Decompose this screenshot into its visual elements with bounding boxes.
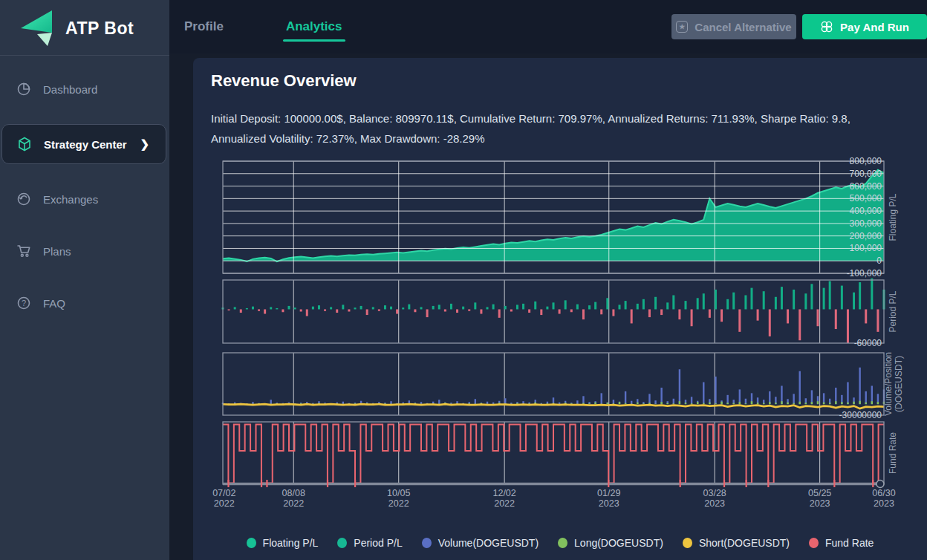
period-pl-bar: [685, 301, 687, 309]
volume-bar: [576, 400, 578, 404]
volume-bar: [660, 388, 662, 404]
period-ytick-label: -60000: [854, 338, 882, 348]
sidebar-item-label: Exchanges: [43, 193, 98, 206]
slider-preview-mark: [227, 480, 229, 487]
long-position-bar: [709, 403, 710, 404]
period-pl-bar: [859, 282, 861, 309]
tab-profile[interactable]: Profile: [181, 6, 227, 48]
long-position-bar: [660, 402, 662, 404]
period-pl-bar: [414, 309, 416, 312]
slider-preview-mark: [354, 480, 356, 487]
long-position-bar: [691, 403, 692, 404]
axis-titles: Floating P/LPeriod P/LFund RateVolume/Po…: [883, 193, 904, 474]
volume-bar: [847, 382, 848, 405]
long-position-bar: [775, 403, 776, 404]
pay-and-run-label: Pay And Run: [840, 21, 909, 33]
tab-analytics[interactable]: Analytics: [283, 6, 345, 48]
long-position-bar: [594, 403, 596, 404]
floating-ytick-label: 400,000: [850, 206, 882, 216]
long-position-bar: [835, 401, 836, 404]
slider-preview-mark: [872, 480, 874, 487]
pay-and-run-button[interactable]: Pay And Run: [802, 14, 927, 39]
period-pl-bar: [876, 309, 879, 331]
period-pl-bar: [540, 309, 542, 315]
slider-handle[interactable]: [876, 481, 884, 488]
long-position-bar: [763, 403, 764, 404]
period-pl-bar: [390, 307, 392, 310]
period-pl-bar: [384, 305, 386, 309]
floating-ytick-label: 500,000: [850, 193, 882, 204]
period-pl-bar: [829, 281, 831, 310]
period-pl-bar: [246, 308, 248, 310]
cancel-alternative-label: Cancel Alternative: [695, 21, 791, 33]
sidebar-nav: Dashboard Strategy Center ❯ Exchanges: [0, 56, 169, 320]
sidebar-item-dashboard[interactable]: Dashboard: [1, 72, 166, 106]
legend-item-volume[interactable]: Volume(DOGEUSDT): [422, 537, 539, 549]
slider-preview-mark: [680, 480, 681, 487]
legend-item-long[interactable]: Long(DOGEUSDT): [558, 537, 663, 549]
period-pl-bar: [306, 309, 308, 316]
axis-title: Volume/Position: [883, 352, 894, 416]
legend-marker-icon: [683, 538, 692, 548]
period-pl-bar: [264, 309, 266, 313]
long-position-bar: [625, 403, 626, 404]
sidebar-item-strategy-center[interactable]: Strategy Center ❯: [1, 124, 166, 164]
period-pl-bar: [666, 302, 669, 309]
period-pl-bar: [672, 295, 674, 309]
app-logo[interactable]: ATP Bot: [0, 0, 169, 55]
long-position-bar: [757, 403, 758, 404]
period-pl-bar: [769, 309, 771, 336]
long-position-bar: [697, 402, 698, 404]
sidebar: ATP Bot Dashboard Strategy Center ❯: [0, 0, 169, 560]
period-pl-bar: [763, 291, 765, 309]
cancel-alternative-button[interactable]: ★ Cancel Alternative: [671, 14, 796, 39]
long-position-bar: [817, 401, 819, 404]
performance-stats: Initial Deposit: 100000.00$, Balance: 80…: [211, 108, 891, 149]
period-pl-bar: [474, 302, 476, 309]
period-pl-bar: [438, 305, 440, 309]
period-pl-panel: [222, 279, 885, 343]
legend-item-short[interactable]: Short(DOGEUSDT): [683, 537, 790, 549]
long-position-bar: [721, 402, 722, 404]
period-pl-bar: [240, 309, 242, 313]
volume-bar: [625, 391, 626, 404]
page-title: Revenue Overview: [211, 71, 357, 91]
period-pl-bar: [721, 309, 723, 322]
fund-rate-panel: [223, 425, 884, 484]
long-position-bar: [607, 403, 608, 404]
volume-bar: [679, 369, 680, 404]
period-pl-bar: [738, 309, 741, 331]
volume-bar: [487, 402, 488, 404]
period-pl-bar: [612, 309, 614, 316]
x-tick-date: 10/05: [387, 488, 410, 498]
period-pl-bar: [288, 306, 290, 310]
sidebar-item-label: FAQ: [43, 297, 65, 310]
period-pl-bar: [354, 307, 357, 309]
volume-bar: [475, 399, 476, 404]
slider-preview-mark: [767, 480, 769, 487]
period-pl-bar: [522, 304, 524, 310]
sidebar-item-faq[interactable]: ? FAQ: [1, 286, 166, 320]
legend-marker-icon: [247, 538, 256, 548]
long-position-bar: [811, 402, 813, 404]
period-pl-bar: [456, 309, 458, 313]
period-pl-bar: [793, 290, 795, 310]
knot-icon: [820, 20, 833, 33]
axis-title: Fund Rate: [888, 432, 898, 474]
period-pl-bar: [565, 300, 567, 309]
sidebar-item-plans[interactable]: Plans: [1, 234, 166, 268]
legend-item-fund-rate[interactable]: Fund Rate: [809, 537, 874, 549]
sidebar-item-label: Dashboard: [43, 83, 97, 96]
floating-ytick-label: 0: [876, 255, 882, 266]
revenue-chart: 800,000700,000600,000500,000400,000300,0…: [193, 152, 927, 524]
period-pl-bar: [744, 295, 747, 309]
legend-item-floating-pl[interactable]: Floating P/L: [247, 537, 319, 549]
legend-item-period-pl[interactable]: Period P/L: [337, 537, 402, 549]
chevron-right-icon: ❯: [140, 137, 149, 151]
slider-preview-mark: [261, 480, 262, 487]
period-pl-bar: [504, 306, 507, 310]
slider-preview-mark: [266, 480, 267, 487]
sidebar-item-label: Strategy Center: [44, 138, 127, 151]
sidebar-item-exchanges[interactable]: Exchanges: [1, 182, 166, 216]
long-position-bar: [588, 403, 590, 404]
